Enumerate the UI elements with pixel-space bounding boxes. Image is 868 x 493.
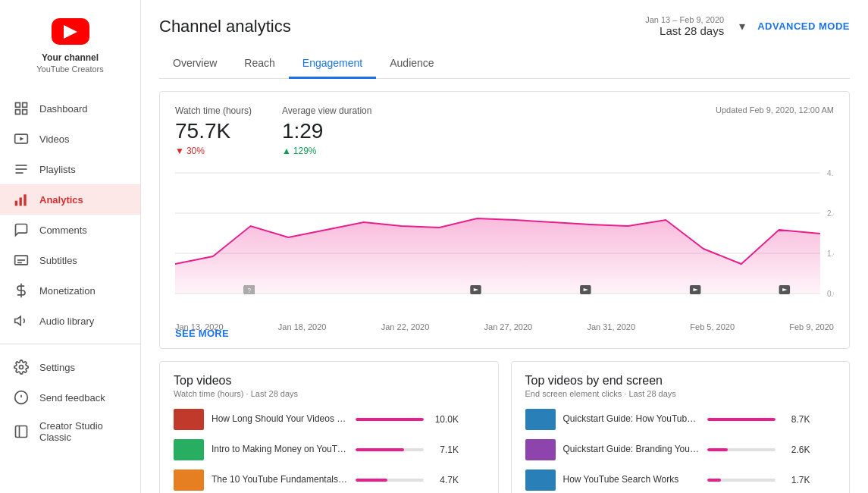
sidebar-divider bbox=[0, 344, 140, 344]
video-row: Quickstart Guide: Branding Your Channel … bbox=[525, 439, 836, 460]
svg-rect-9 bbox=[15, 201, 17, 206]
bar-track bbox=[356, 418, 424, 421]
video-thumbnail bbox=[525, 469, 556, 491]
bar-container bbox=[707, 479, 776, 482]
tab-audience[interactable]: Audience bbox=[376, 49, 447, 79]
video-row: Intro to Making Money on YouTube 7.1K bbox=[174, 439, 484, 460]
sidebar-item-subtitles[interactable]: Subtitles bbox=[0, 245, 140, 275]
x-label-1: Jan 13, 2020 bbox=[175, 322, 224, 331]
chevron-down-icon[interactable]: ▾ bbox=[739, 19, 745, 33]
tab-engagement[interactable]: Engagement bbox=[289, 49, 376, 79]
thumb-placeholder bbox=[525, 409, 556, 430]
thumb-placeholder bbox=[174, 469, 204, 491]
bar-container bbox=[356, 448, 424, 451]
avg-view-value: 1:29 bbox=[282, 119, 372, 143]
sidebar-item-label: Subtitles bbox=[39, 255, 77, 266]
avg-view-change: ▲ 129% bbox=[282, 146, 372, 156]
x-label-4: Jan 27, 2020 bbox=[484, 322, 533, 331]
watch-time-metric: Watch time (hours) 75.7K ▼ 30% bbox=[175, 105, 252, 156]
bottom-cards: Top videos Watch time (hours) · Last 28 … bbox=[159, 361, 850, 493]
video-thumbnail bbox=[174, 439, 204, 460]
sidebar-item-label: Audio library bbox=[39, 316, 94, 327]
x-label-6: Feb 5, 2020 bbox=[690, 322, 735, 331]
svg-marker-16 bbox=[15, 316, 21, 325]
svg-rect-2 bbox=[23, 110, 27, 115]
svg-text:1.4K: 1.4K bbox=[827, 250, 834, 259]
svg-text:2.8K: 2.8K bbox=[827, 209, 834, 218]
video-count: 4.7K bbox=[431, 475, 459, 485]
svg-point-17 bbox=[20, 366, 24, 369]
watch-time-value: 75.7K bbox=[175, 119, 252, 143]
youtube-logo-icon bbox=[52, 18, 89, 45]
videos-icon bbox=[14, 131, 29, 146]
bar-fill bbox=[707, 479, 721, 482]
watch-time-label: Watch time (hours) bbox=[175, 105, 252, 116]
video-title: The 10 YouTube Fundamentals (ft. Matt Ko… bbox=[212, 474, 348, 486]
sidebar-item-label: Creator Studio Classic bbox=[39, 420, 127, 443]
bar-fill bbox=[707, 418, 776, 421]
video-title: How Long Should Your Videos Be? bbox=[212, 413, 348, 425]
sidebar-item-analytics[interactable]: Analytics bbox=[0, 184, 140, 215]
x-label-5: Jan 31, 2020 bbox=[587, 322, 635, 331]
bar-fill bbox=[356, 479, 387, 482]
sidebar-item-dashboard[interactable]: Dashboard bbox=[0, 93, 140, 124]
metrics-row: Watch time (hours) 75.7K ▼ 30% Average v… bbox=[175, 105, 834, 156]
sidebar-item-videos[interactable]: Videos bbox=[0, 124, 140, 154]
video-row: How Long Should Your Videos Be? 10.0K bbox=[174, 409, 484, 430]
video-title: Intro to Making Money on YouTube bbox=[212, 444, 348, 456]
sidebar-logo: Your channel YouTube Creators bbox=[0, 0, 140, 86]
video-row: The 10 YouTube Fundamentals (ft. Matt Ko… bbox=[174, 469, 484, 491]
sidebar-item-label: Analytics bbox=[39, 194, 83, 206]
bar-track bbox=[356, 479, 424, 482]
channel-name: Your channel bbox=[42, 52, 99, 63]
svg-rect-1 bbox=[23, 103, 27, 108]
bar-container bbox=[707, 418, 776, 421]
tab-reach[interactable]: Reach bbox=[230, 49, 288, 79]
date-range-big: Last 28 days bbox=[660, 24, 724, 37]
video-count: 7.1K bbox=[431, 444, 459, 455]
video-count: 10.0K bbox=[431, 414, 459, 425]
avg-view-label: Average view duration bbox=[282, 105, 372, 116]
tab-overview[interactable]: Overview bbox=[159, 49, 230, 79]
date-range-small: Jan 13 – Feb 9, 2020 bbox=[645, 15, 724, 24]
svg-rect-3 bbox=[16, 110, 20, 115]
audio-icon bbox=[14, 313, 29, 328]
main-header: Channel analytics Jan 13 – Feb 9, 2020 L… bbox=[159, 15, 850, 37]
subtitles-icon bbox=[14, 253, 29, 268]
svg-marker-5 bbox=[20, 137, 24, 141]
sidebar-item-monetization[interactable]: Monetization bbox=[0, 275, 140, 306]
sidebar-item-audio[interactable]: Audio library bbox=[0, 306, 140, 336]
top-videos-card: Top videos Watch time (hours) · Last 28 … bbox=[159, 361, 499, 493]
watch-time-change: ▼ 30% bbox=[175, 146, 252, 156]
sidebar-item-feedback[interactable]: Send feedback bbox=[0, 382, 140, 413]
sidebar-item-label: Playlists bbox=[39, 164, 76, 175]
dashboard-icon bbox=[14, 101, 29, 116]
bar-container bbox=[707, 448, 776, 451]
sidebar-item-settings[interactable]: Settings bbox=[0, 352, 140, 382]
sidebar-item-comments[interactable]: Comments bbox=[0, 215, 140, 245]
end-screen-subtitle: End screen element clicks · Last 28 days bbox=[525, 389, 836, 398]
updated-text: Updated Feb 9, 2020, 12:00 AM bbox=[716, 105, 834, 115]
video-thumbnail bbox=[525, 409, 556, 430]
bar-fill bbox=[356, 448, 404, 451]
bar-track bbox=[707, 448, 776, 451]
sidebar-item-playlists[interactable]: Playlists bbox=[0, 154, 140, 184]
thumb-placeholder bbox=[174, 439, 204, 460]
bar-track bbox=[356, 448, 424, 451]
channel-sub: YouTube Creators bbox=[36, 64, 103, 74]
svg-text:0.0: 0.0 bbox=[827, 290, 834, 299]
bar-container bbox=[356, 479, 424, 482]
sidebar-item-classic[interactable]: Creator Studio Classic bbox=[0, 413, 140, 451]
video-thumbnail bbox=[174, 409, 204, 430]
comments-icon bbox=[14, 222, 29, 237]
sidebar-nav: Dashboard Videos Playlists Analytics Com… bbox=[0, 93, 140, 485]
avg-view-duration-metric: Average view duration 1:29 ▲ 129% bbox=[282, 105, 372, 156]
advanced-mode-button[interactable]: ADVANCED MODE bbox=[757, 20, 850, 32]
svg-text:4.2K: 4.2K bbox=[827, 169, 834, 178]
monetization-icon bbox=[14, 283, 29, 298]
sidebar-item-label: Send feedback bbox=[39, 392, 105, 404]
video-count: 2.6K bbox=[783, 444, 810, 455]
chart-container: 4.2K 2.8K 1.4K 0.0 bbox=[175, 165, 834, 317]
top-videos-title: Top videos bbox=[174, 374, 484, 388]
analytics-icon bbox=[14, 192, 29, 207]
